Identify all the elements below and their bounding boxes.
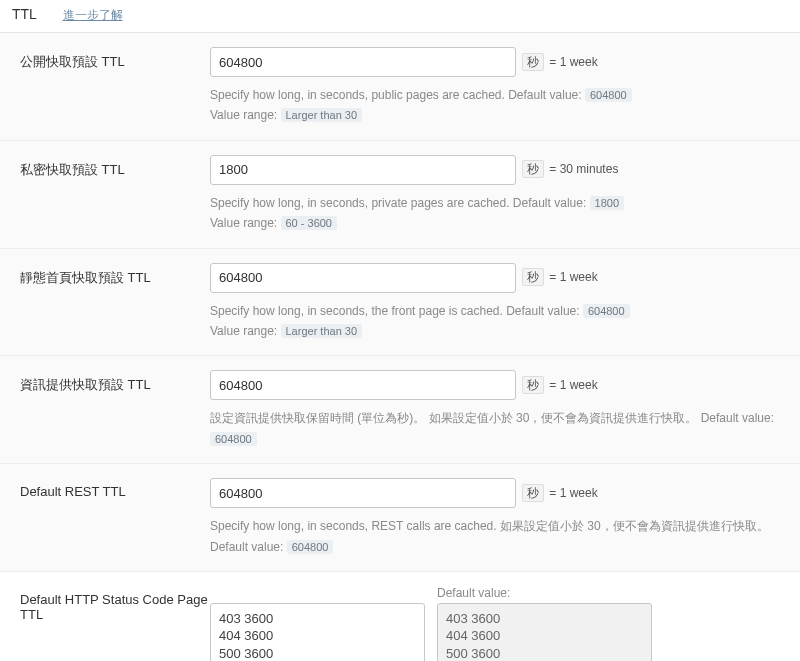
- setting-status-ttl: Default HTTP Status Code Page TTL Defaul…: [0, 572, 800, 661]
- unit-label: 秒 = 1 week: [522, 269, 598, 286]
- default-value-code: 604800: [210, 432, 257, 446]
- unit-equiv: = 1 week: [546, 486, 598, 500]
- private-ttl-input[interactable]: [210, 155, 516, 185]
- section-title: TTL: [12, 6, 37, 22]
- setting-field: 秒 = 1 week Specify how long, in seconds,…: [210, 263, 780, 342]
- setting-field: 秒 = 30 minutes Specify how long, in seco…: [210, 155, 780, 234]
- setting-field: 秒 = 1 week 設定資訊提供快取保留時間 (單位為秒)。 如果設定值小於 …: [210, 370, 780, 449]
- help-text: Specify how long, in seconds, private pa…: [210, 193, 780, 234]
- help-line: Specify how long, in seconds, the front …: [210, 304, 583, 318]
- setting-field: 秒 = 1 week Specify how long, in seconds,…: [210, 47, 780, 126]
- default-label: Default value:: [437, 586, 652, 600]
- help-text: Specify how long, in seconds, the front …: [210, 301, 780, 342]
- setting-label: 資訊提供快取預設 TTL: [20, 370, 210, 449]
- help-text: Specify how long, in seconds, public pag…: [210, 85, 780, 126]
- unit-label: 秒 = 1 week: [522, 377, 598, 394]
- spacer-label: [210, 586, 425, 600]
- input-row: 秒 = 1 week: [210, 478, 780, 508]
- help-line: Specify how long, in seconds, private pa…: [210, 196, 590, 210]
- status-default-col: Default value:: [437, 586, 652, 661]
- setting-field: Default value:: [210, 586, 780, 661]
- rest-ttl-input[interactable]: [210, 478, 516, 508]
- setting-label: 私密快取預設 TTL: [20, 155, 210, 234]
- seconds-badge: 秒: [522, 484, 544, 502]
- range-code: Larger than 30: [281, 108, 363, 122]
- input-row: 秒 = 1 week: [210, 47, 780, 77]
- seconds-badge: 秒: [522, 160, 544, 178]
- range-code: Larger than 30: [281, 324, 363, 338]
- feed-ttl-input[interactable]: [210, 370, 516, 400]
- help-range-label: Value range:: [210, 216, 281, 230]
- front-ttl-input[interactable]: [210, 263, 516, 293]
- seconds-badge: 秒: [522, 376, 544, 394]
- setting-field: 秒 = 1 week Specify how long, in seconds,…: [210, 478, 780, 557]
- setting-label: 靜態首頁快取預設 TTL: [20, 263, 210, 342]
- unit-label: 秒 = 1 week: [522, 54, 598, 71]
- setting-rest-ttl: Default REST TTL 秒 = 1 week Specify how …: [0, 464, 800, 572]
- default-value-code: 1800: [590, 196, 624, 210]
- public-ttl-input[interactable]: [210, 47, 516, 77]
- unit-equiv: = 1 week: [546, 378, 598, 392]
- help-range-label: Value range:: [210, 324, 281, 338]
- status-value-col: [210, 586, 425, 661]
- help-text: Specify how long, in seconds, REST calls…: [210, 516, 780, 557]
- default-value-code: 604800: [287, 540, 334, 554]
- input-row: 秒 = 1 week: [210, 370, 780, 400]
- unit-label: 秒 = 1 week: [522, 485, 598, 502]
- setting-feed-ttl: 資訊提供快取預設 TTL 秒 = 1 week 設定資訊提供快取保留時間 (單位…: [0, 356, 800, 464]
- input-row: 秒 = 30 minutes: [210, 155, 780, 185]
- status-ttl-textarea[interactable]: [210, 603, 425, 661]
- default-value-code: 604800: [583, 304, 630, 318]
- seconds-badge: 秒: [522, 53, 544, 71]
- unit-label: 秒 = 30 minutes: [522, 161, 618, 178]
- setting-private-ttl: 私密快取預設 TTL 秒 = 30 minutes Specify how lo…: [0, 141, 800, 249]
- learn-more-link[interactable]: 進一步了解: [63, 8, 123, 22]
- help-text: 設定資訊提供快取保留時間 (單位為秒)。 如果設定值小於 30，便不會為資訊提供…: [210, 408, 780, 449]
- unit-equiv: = 1 week: [546, 55, 598, 69]
- unit-equiv: = 1 week: [546, 270, 598, 284]
- unit-equiv: = 30 minutes: [546, 162, 618, 176]
- help-line: Specify how long, in seconds, public pag…: [210, 88, 585, 102]
- input-row: 秒 = 1 week: [210, 263, 780, 293]
- setting-label: 公開快取預設 TTL: [20, 47, 210, 126]
- status-default-textarea: [437, 603, 652, 661]
- setting-front-ttl: 靜態首頁快取預設 TTL 秒 = 1 week Specify how long…: [0, 249, 800, 357]
- range-code: 60 - 3600: [281, 216, 337, 230]
- setting-public-ttl: 公開快取預設 TTL 秒 = 1 week Specify how long, …: [0, 33, 800, 141]
- seconds-badge: 秒: [522, 268, 544, 286]
- help-range-label: Value range:: [210, 108, 281, 122]
- setting-label: Default HTTP Status Code Page TTL: [20, 586, 210, 661]
- section-header: TTL 進一步了解: [0, 0, 800, 33]
- default-value-code: 604800: [585, 88, 632, 102]
- help-line: 設定資訊提供快取保留時間 (單位為秒)。 如果設定值小於 30，便不會為資訊提供…: [210, 411, 774, 425]
- setting-label: Default REST TTL: [20, 478, 210, 557]
